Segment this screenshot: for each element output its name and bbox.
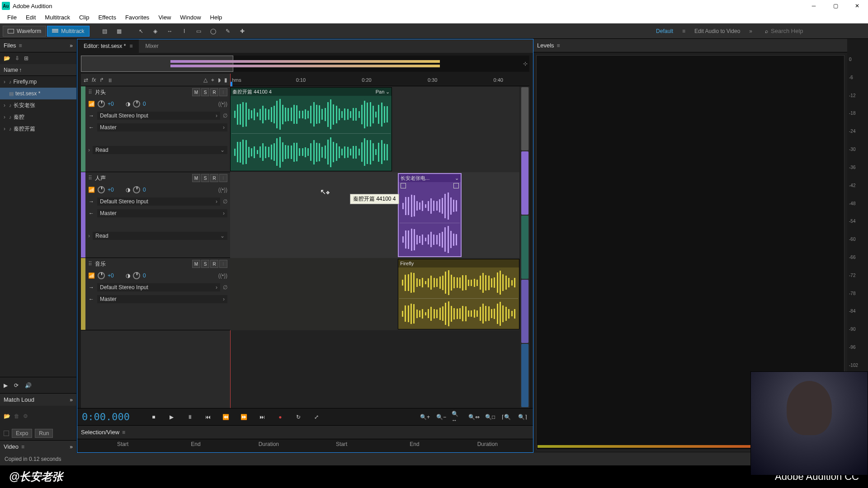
video-menu-icon[interactable]: ≡ (21, 444, 24, 450)
th-fx-icon[interactable]: fx (92, 77, 96, 83)
audio-clip[interactable]: 长安老张电... ⌄ (398, 173, 462, 257)
menu-clip[interactable]: Clip (75, 14, 94, 21)
ml-import-icon[interactable]: 📂 (4, 413, 10, 419)
automation-mode-select[interactable]: Read⌄ (93, 232, 227, 240)
menu-file[interactable]: File (3, 14, 21, 21)
track-name[interactable]: 音乐 (95, 260, 106, 268)
timecode-display[interactable]: 0:00.000 (82, 411, 130, 422)
volume-value[interactable]: +0 (108, 101, 118, 107)
input-select[interactable]: Default Stereo Input› (97, 197, 220, 206)
mute-button[interactable]: M (192, 260, 200, 268)
track-minimap[interactable] (520, 86, 529, 408)
track-grip-icon[interactable]: ⠿ (88, 175, 92, 181)
zoom-in-time-button[interactable]: 🔍↔ (452, 413, 463, 422)
input-monitor-button[interactable]: I (219, 174, 227, 182)
volume-value[interactable]: +0 (108, 272, 118, 279)
pan-knob[interactable] (133, 272, 140, 279)
stereo-icon[interactable]: ((•)) (218, 187, 227, 193)
th-playhead-icon[interactable]: ▮ (224, 77, 227, 83)
workspace-default[interactable]: Default (656, 28, 673, 34)
skip-selection-button[interactable]: ⤢ (311, 413, 322, 422)
zoom-full-button[interactable]: 🔍□ (484, 413, 496, 422)
menu-effects[interactable]: Effects (94, 14, 121, 21)
solo-button[interactable]: S (201, 88, 209, 96)
zoom-selection-out-button[interactable]: 🔍⌉ (517, 413, 528, 422)
volume-knob[interactable] (98, 100, 105, 108)
input-monitor-button[interactable]: I (219, 260, 227, 268)
track-lane[interactable]: 秦腔开篇 44100 4 Pan ⌄ (230, 86, 519, 172)
go-to-start-button[interactable]: ⏮ (202, 413, 214, 422)
solo-button[interactable]: S (201, 260, 209, 268)
input-select[interactable]: Default Stereo Input› (97, 283, 220, 291)
menu-favorites[interactable]: Favorites (121, 14, 154, 21)
file-item[interactable]: ›♪长安老张 (0, 99, 76, 111)
zoom-out-button[interactable]: 🔍− (435, 413, 447, 422)
rewind-button[interactable]: ⏪ (220, 413, 232, 422)
pan-value[interactable]: 0 (143, 187, 154, 193)
track-lane[interactable]: Firefly (230, 258, 519, 330)
th-eq-icon[interactable]: ⫼ (108, 77, 113, 83)
play-button[interactable]: ▶ (166, 413, 178, 422)
audio-clip[interactable]: Firefly (398, 259, 519, 329)
search-input[interactable] (771, 28, 852, 34)
overview-navigator[interactable]: ⊹ (81, 56, 529, 72)
levels-menu-icon[interactable]: ≡ (557, 42, 560, 49)
time-select-tool[interactable]: I (178, 26, 191, 37)
mute-button[interactable]: M (192, 174, 200, 182)
video-collapse[interactable]: » (70, 444, 73, 450)
run-button[interactable]: Run (35, 429, 53, 438)
automation-expand-icon[interactable]: › (88, 233, 90, 239)
tab-menu-icon[interactable]: ≡ (129, 43, 132, 49)
record-arm-button[interactable]: R (210, 88, 218, 96)
zoom-out-time-button[interactable]: 🔍⇔ (468, 413, 480, 422)
track-name[interactable]: 片头 (95, 89, 106, 96)
move-tool[interactable]: ↖ (135, 26, 147, 37)
pan-knob[interactable] (133, 186, 140, 193)
new-file-icon[interactable]: ⊞ (24, 55, 28, 61)
editor-tab[interactable]: Editor: test.sesx *≡ (77, 39, 139, 53)
spectral-toggle[interactable]: ▦ (113, 26, 126, 37)
minimize-button[interactable]: ─ (808, 3, 819, 9)
maximize-button[interactable]: ▢ (830, 3, 841, 9)
menu-window[interactable]: Window (175, 14, 205, 21)
track-name[interactable]: 人声 (95, 174, 106, 182)
pan-value[interactable]: 0 (143, 101, 154, 107)
input-phase-icon[interactable]: ∅ (223, 198, 227, 205)
fade-in-handle[interactable] (401, 183, 406, 188)
workspace-more-icon[interactable]: » (749, 28, 752, 34)
overview-zoom-icon[interactable]: ⊹ (523, 61, 528, 67)
menu-multitrack[interactable]: Multitrack (40, 14, 75, 21)
files-column-header[interactable]: Name ↑ (0, 64, 76, 76)
record-arm-button[interactable]: R (210, 174, 218, 182)
lasso-tool[interactable]: ◯ (207, 26, 220, 37)
slip-tool[interactable]: ↔ (164, 26, 176, 37)
track-lane[interactable]: 长安老张电... ⌄ (230, 172, 519, 258)
th-loop-icon[interactable]: ⇄ (84, 77, 88, 83)
file-item[interactable]: ›♪秦腔 (0, 111, 76, 123)
clip-menu-icon[interactable]: ⌄ (455, 175, 459, 181)
input-monitor-button[interactable]: I (219, 88, 227, 96)
record-arm-button[interactable]: R (210, 260, 218, 268)
pan-value[interactable]: 0 (143, 272, 154, 279)
workspace-menu-icon[interactable]: ≡ (682, 28, 685, 34)
input-phase-icon[interactable]: ∅ (223, 284, 227, 291)
import-icon[interactable]: ⇩ (15, 55, 19, 61)
ml-settings-icon[interactable]: ⚙ (23, 413, 28, 419)
files-menu-icon[interactable]: ≡ (19, 42, 22, 49)
razor-tool[interactable]: ◈ (149, 26, 162, 37)
close-button[interactable]: ✕ (852, 3, 863, 9)
fast-forward-button[interactable]: ⏩ (238, 413, 250, 422)
menu-edit[interactable]: Edit (21, 14, 40, 21)
workspace-editav[interactable]: Edit Audio to Video (694, 28, 740, 34)
automation-expand-icon[interactable]: › (88, 147, 90, 153)
th-sends-icon[interactable]: ↱ (99, 77, 104, 83)
output-select[interactable]: Master› (97, 209, 227, 217)
audio-clip[interactable]: 秦腔开篇 44100 4 Pan ⌄ (230, 87, 392, 171)
open-file-icon[interactable]: 📂 (4, 55, 10, 61)
menu-view[interactable]: View (154, 14, 175, 21)
file-item[interactable]: ▤test.sesx * (0, 88, 76, 99)
th-ripple-icon[interactable]: ◗ (218, 77, 221, 83)
ml-trash-icon[interactable]: 🗑 (14, 413, 19, 419)
timeline[interactable]: hms 0:10 0:20 0:30 0:40 秦腔开篇 44100 4 Pan… (230, 74, 529, 408)
files-collapse-icon[interactable]: » (70, 42, 73, 49)
